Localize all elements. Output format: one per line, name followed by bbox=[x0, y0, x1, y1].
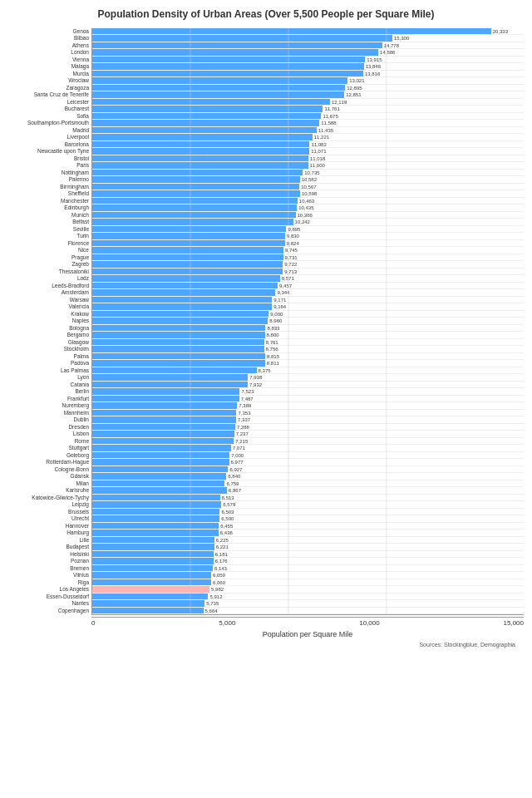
bar-value: 9,745 bbox=[285, 248, 298, 253]
bar-value: 9,000 bbox=[270, 312, 283, 317]
bar bbox=[92, 35, 392, 42]
bar-label: Helsinki bbox=[70, 551, 91, 559]
bar-label: Sheffield bbox=[68, 190, 91, 198]
bar-value: 6,503 bbox=[221, 510, 234, 515]
bar-row: 9,000 bbox=[92, 311, 524, 318]
bar bbox=[92, 586, 209, 593]
bar-label: Krakow bbox=[71, 311, 91, 318]
bar bbox=[92, 219, 293, 225]
bar-value: 7,523 bbox=[241, 389, 254, 394]
bar bbox=[92, 594, 208, 600]
bar-value: 9,895 bbox=[288, 227, 300, 232]
bar-value: 12,895 bbox=[347, 86, 362, 91]
bar-value: 8,811 bbox=[267, 361, 279, 366]
bar-label: Lisbon bbox=[73, 431, 91, 438]
bar-row: 11,071 bbox=[92, 148, 524, 155]
bar-label: Florence bbox=[68, 240, 91, 248]
bar-value: 13,915 bbox=[367, 57, 382, 62]
x-axis-label: Population per Square Mile bbox=[91, 630, 524, 638]
y-labels: GenoaBilbaoAthensLondonViennaMalagaMurci… bbox=[8, 28, 91, 639]
bar-value: 9,344 bbox=[277, 290, 289, 295]
bar-label: Mannheim bbox=[64, 410, 91, 417]
bar-value: 5,982 bbox=[211, 587, 224, 592]
bar bbox=[92, 332, 265, 338]
bar-row: 8,800 bbox=[92, 332, 524, 339]
bar-value: 9,571 bbox=[282, 276, 294, 281]
bar-value: 6,867 bbox=[229, 488, 241, 493]
bar bbox=[92, 416, 236, 423]
bar bbox=[92, 99, 330, 106]
bar-label: Lodz bbox=[77, 275, 91, 283]
bar-value: 7,353 bbox=[238, 411, 250, 416]
bar-value: 8,756 bbox=[266, 347, 278, 352]
bar-label: Warsaw bbox=[70, 297, 91, 304]
bar-value: 7,215 bbox=[235, 439, 248, 444]
bar-label: Prague bbox=[71, 254, 91, 262]
bar-value: 13,021 bbox=[349, 78, 364, 83]
bar-value: 10,582 bbox=[302, 177, 317, 182]
bar bbox=[92, 176, 300, 183]
bar-value: 7,000 bbox=[231, 453, 244, 458]
bar bbox=[92, 445, 231, 451]
bar-row: 9,457 bbox=[92, 283, 524, 290]
bar-value: 11,675 bbox=[323, 114, 337, 119]
bar-label: Birmingham bbox=[60, 184, 91, 191]
bar bbox=[92, 127, 317, 134]
bar-value: 10,242 bbox=[295, 219, 310, 224]
bar-value: 9,722 bbox=[284, 262, 297, 267]
bar bbox=[92, 141, 309, 148]
bar-label: Amsterdam bbox=[62, 289, 91, 297]
bar-row: 6,840 bbox=[92, 473, 524, 480]
bar-value: 6,225 bbox=[216, 538, 229, 543]
bar-label: Murcia bbox=[72, 71, 91, 78]
bar-label: Madrid bbox=[72, 127, 91, 135]
bar-row: 8,833 bbox=[92, 325, 524, 332]
bar-row: 10,242 bbox=[92, 219, 524, 226]
bar-value: 6,221 bbox=[216, 544, 229, 549]
bar bbox=[92, 523, 219, 530]
bar-row: 9,171 bbox=[92, 297, 524, 304]
bar-row: 8,815 bbox=[92, 353, 524, 361]
bar-row: 8,811 bbox=[92, 360, 524, 367]
bar bbox=[92, 466, 228, 473]
bar bbox=[92, 382, 248, 388]
bar bbox=[92, 198, 298, 204]
bar-value: 8,761 bbox=[266, 340, 278, 345]
bar-row: 13,816 bbox=[92, 71, 524, 78]
bar-value: 8,375 bbox=[259, 368, 271, 373]
bar-label: Thessaloniki bbox=[59, 268, 91, 276]
bar-row: 7,237 bbox=[92, 431, 524, 438]
bar-label: Bristol bbox=[74, 155, 91, 163]
bar bbox=[92, 410, 236, 416]
bar-label: Hannover bbox=[66, 523, 91, 530]
bar bbox=[92, 42, 382, 49]
bar-row: 6,176 bbox=[92, 558, 524, 565]
bar bbox=[92, 374, 248, 381]
bar-label: Palma bbox=[74, 353, 91, 361]
bar bbox=[92, 544, 214, 550]
bar-row: 9,164 bbox=[92, 303, 524, 311]
bar-value: 7,389 bbox=[239, 403, 251, 408]
bar bbox=[92, 212, 296, 219]
bar bbox=[92, 402, 237, 409]
bar bbox=[92, 600, 204, 607]
bar bbox=[92, 388, 239, 395]
bar-value: 6,059 bbox=[213, 573, 225, 578]
bar-row: 13,846 bbox=[92, 63, 524, 71]
bar-row: 10,735 bbox=[92, 170, 524, 177]
bar-row: 5,912 bbox=[92, 594, 524, 601]
bar-row: 9,731 bbox=[92, 254, 524, 262]
bar-value: 9,457 bbox=[279, 283, 292, 288]
bar-row: 20,333 bbox=[92, 28, 524, 36]
bar-row: 5,735 bbox=[92, 600, 524, 608]
bars-area: 20,33315,30014,77814,58613,91513,84613,8… bbox=[91, 28, 524, 616]
bar-row: 9,713 bbox=[92, 268, 524, 276]
bar-value: 5,664 bbox=[205, 608, 218, 613]
bar-value: 7,237 bbox=[236, 431, 249, 436]
bar bbox=[92, 240, 285, 247]
bar-label: Las Palmas bbox=[61, 367, 91, 375]
bar-value: 6,060 bbox=[213, 580, 225, 585]
bar-label: Southampton-Portsmouth bbox=[27, 120, 91, 127]
bar-label: Copenhagen bbox=[58, 608, 91, 615]
bar-value: 6,143 bbox=[214, 566, 227, 571]
